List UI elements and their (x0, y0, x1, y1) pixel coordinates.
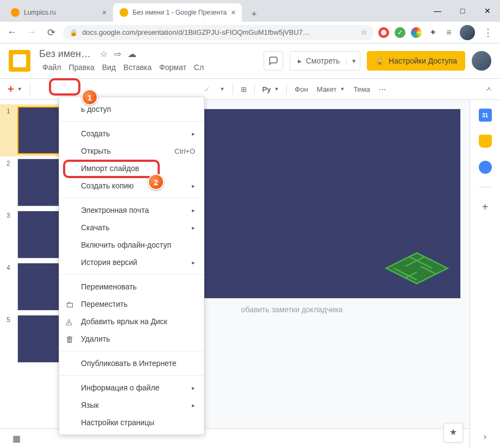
comments-button[interactable] (264, 51, 283, 71)
collapse-sidepanel-button[interactable]: › (484, 432, 486, 441)
folder-icon: 🗀 (66, 300, 76, 309)
grid-view-button[interactable]: ▦ (9, 431, 24, 446)
star-icon[interactable]: ☆ (361, 28, 367, 36)
more-button[interactable]: ⋯ (376, 83, 389, 96)
maze-graphic (384, 249, 449, 287)
menu-insert[interactable]: Вставка (120, 61, 155, 74)
menu-offline[interactable]: Включить офлайн-доступ (59, 236, 204, 254)
maximize-button[interactable]: □ (450, 0, 475, 22)
close-window-button[interactable]: ✕ (475, 0, 500, 22)
add-addon-button[interactable]: + (479, 200, 492, 213)
url-text: docs.google.com/presentation/d/1BiIGZPJU… (82, 28, 310, 36)
annotation-badge-1: 1 (82, 89, 98, 105)
menu-delete[interactable]: 🗑Удалить (59, 330, 204, 348)
menu-page-setup[interactable]: Настройки страницы (59, 414, 204, 431)
lock-icon: 🔒 (70, 29, 78, 36)
cloud-icon[interactable]: ☁ (128, 49, 136, 59)
browser-tab-active[interactable]: Без имени 1 - Google Презента × (113, 3, 242, 22)
keep-icon[interactable] (479, 135, 492, 148)
lock-icon: 🔒 (375, 56, 384, 65)
menu-view[interactable]: Вид (99, 61, 119, 74)
menu-format[interactable]: Формат (156, 61, 190, 74)
close-icon[interactable]: × (102, 8, 107, 17)
menu-add-drive-shortcut[interactable]: ◬Добавить ярлык на Диск (59, 313, 204, 330)
back-button[interactable]: ← (4, 25, 20, 40)
addon-button[interactable]: Py▼ (259, 83, 283, 96)
tab-title: Без имени 1 - Google Презента (133, 9, 227, 16)
extension-icon[interactable]: ≡ (443, 27, 454, 38)
menu-version-history[interactable]: История версий▸ (59, 254, 204, 271)
layout-button[interactable]: Макет▼ (314, 83, 348, 96)
menu-make-copy[interactable]: Создать копию▸ (59, 177, 204, 194)
account-avatar[interactable] (472, 51, 491, 71)
annotation-badge-2: 2 (148, 174, 164, 190)
extension-icon[interactable] (411, 27, 422, 38)
present-button[interactable]: ▸ Смотреть ▼ (290, 51, 360, 71)
url-input[interactable]: 🔒 docs.google.com/presentation/d/1BiIGZP… (63, 25, 374, 40)
chevron-down-icon[interactable]: ▼ (346, 58, 357, 64)
calendar-icon[interactable]: 31 (479, 109, 492, 122)
menu-slide[interactable]: Сл (191, 61, 207, 74)
speaker-notes[interactable]: обавить заметки докладчика (241, 305, 342, 314)
extension-icon[interactable] (378, 27, 389, 38)
menu-create[interactable]: Создать▸ (59, 125, 204, 142)
trash-icon: 🗑 (66, 335, 76, 344)
textbox-button[interactable]: ⊞ (238, 83, 250, 96)
extensions-button[interactable]: ✦ (427, 27, 438, 38)
favicon-icon (120, 8, 128, 17)
menu-edit[interactable]: Правка (65, 61, 97, 74)
extension-icons: ✓ ✦ ≡ ⋮ (378, 25, 496, 40)
theme-button[interactable]: Тема (350, 83, 373, 96)
reload-button[interactable]: ⟳ (43, 25, 59, 40)
window-controls: — □ ✕ (425, 0, 500, 22)
browser-tab[interactable]: Lumpics.ru × (4, 3, 113, 22)
browser-menu-button[interactable]: ⋮ (480, 25, 496, 40)
menu-import-slides[interactable]: Импорт слайдов (59, 160, 204, 177)
menu-move[interactable]: 🗀Переместить (59, 295, 204, 313)
drive-icon: ◬ (66, 317, 76, 326)
zoom-button[interactable]: ⟋ (200, 83, 214, 96)
collapse-button[interactable]: ㅅ (482, 82, 496, 96)
play-icon: ▸ (298, 56, 302, 65)
tab-title: Lumpics.ru (24, 9, 98, 16)
explore-button[interactable] (443, 423, 463, 443)
menu-rename[interactable]: Переименовать (59, 278, 204, 295)
profile-avatar[interactable] (460, 25, 475, 40)
browser-titlebar: Lumpics.ru × Без имени 1 - Google Презен… (0, 0, 500, 22)
share-label: Настройки Доступа (389, 56, 457, 65)
close-icon[interactable]: × (231, 8, 235, 17)
move-icon[interactable]: ⇨ (114, 49, 121, 59)
background-button[interactable]: Фон (291, 83, 311, 96)
menu-language[interactable]: Язык▸ (59, 396, 204, 414)
browser-address-bar: ← → ⟳ 🔒 docs.google.com/presentation/d/1… (0, 22, 500, 43)
extension-icon[interactable]: ✓ (395, 27, 405, 38)
menu-share[interactable]: ь доступ (59, 100, 204, 118)
menu-open[interactable]: ОткрытьCtrl+O (59, 142, 204, 160)
app-header: Без имен… ☆ ⇨ ☁ Файл Правка Вид Вставка … (0, 43, 500, 78)
menu-publish[interactable]: Опубликовать в Интернете (59, 355, 204, 372)
menubar: Файл Правка Вид Вставка Формат Сл (39, 61, 207, 74)
tasks-icon[interactable] (479, 161, 492, 174)
share-button[interactable]: 🔒 Настройки Доступа (367, 51, 465, 71)
menu-file-info[interactable]: Информация о файле▸ (59, 379, 204, 396)
new-slide-button[interactable]: +▼ (4, 81, 26, 98)
menu-email[interactable]: Электронная почта▸ (59, 201, 204, 219)
select-button[interactable]: ▼ (216, 84, 228, 94)
forward-button[interactable]: → (24, 25, 39, 40)
file-menu-dropdown: ь доступ Создать▸ ОткрытьCtrl+O Импорт с… (59, 97, 204, 435)
slides-logo-icon[interactable] (9, 50, 30, 72)
star-icon[interactable]: ☆ (100, 49, 108, 59)
menu-download[interactable]: Скачать▸ (59, 219, 204, 236)
side-panel: 31 + › (470, 100, 500, 448)
minimize-button[interactable]: — (425, 0, 450, 22)
present-label: Смотреть (306, 56, 340, 65)
new-tab-button[interactable]: + (246, 7, 261, 22)
favicon-icon (11, 8, 20, 17)
document-title[interactable]: Без имен… (39, 48, 91, 59)
menu-file[interactable]: Файл (39, 61, 64, 74)
